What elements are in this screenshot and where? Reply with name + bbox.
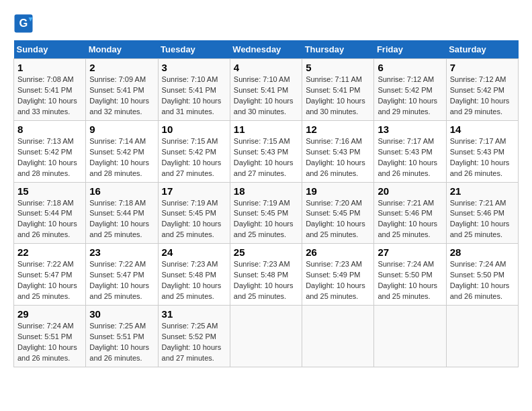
calendar-cell: 27 Sunrise: 7:24 AMSunset: 5:50 PMDaylig… (374, 244, 446, 306)
col-header-thursday: Thursday (302, 40, 374, 59)
calendar-cell: 20 Sunrise: 7:21 AMSunset: 5:46 PMDaylig… (374, 182, 446, 244)
calendar-cell: 9 Sunrise: 7:14 AMSunset: 5:42 PMDayligh… (86, 120, 158, 182)
calendar-cell: 16 Sunrise: 7:18 AMSunset: 5:44 PMDaylig… (86, 182, 158, 244)
day-number: 27 (378, 246, 442, 258)
day-info: Sunrise: 7:19 AMSunset: 5:45 PMDaylight:… (162, 199, 222, 239)
day-number: 10 (162, 124, 226, 135)
calendar-table: SundayMondayTuesdayWednesdayThursdayFrid… (13, 40, 519, 367)
day-info: Sunrise: 7:17 AMSunset: 5:43 PMDaylight:… (450, 137, 510, 177)
calendar-cell: 3 Sunrise: 7:10 AMSunset: 5:41 PMDayligh… (158, 59, 230, 121)
day-number: 21 (450, 185, 515, 197)
calendar-cell: 14 Sunrise: 7:17 AMSunset: 5:43 PMDaylig… (446, 120, 518, 182)
calendar-cell: 11 Sunrise: 7:15 AMSunset: 5:43 PMDaylig… (230, 120, 302, 182)
calendar-cell: 24 Sunrise: 7:23 AMSunset: 5:48 PMDaylig… (158, 244, 230, 306)
calendar-cell (374, 306, 446, 367)
week-row-3: 15 Sunrise: 7:18 AMSunset: 5:44 PMDaylig… (14, 182, 519, 244)
logo: G (13, 13, 36, 34)
calendar-cell: 13 Sunrise: 7:17 AMSunset: 5:43 PMDaylig… (374, 120, 446, 182)
calendar-cell: 2 Sunrise: 7:09 AMSunset: 5:41 PMDayligh… (86, 59, 158, 121)
day-info: Sunrise: 7:17 AMSunset: 5:43 PMDaylight:… (378, 137, 437, 177)
calendar-cell: 30 Sunrise: 7:25 AMSunset: 5:51 PMDaylig… (86, 306, 158, 367)
calendar-cell: 31 Sunrise: 7:25 AMSunset: 5:52 PMDaylig… (158, 306, 230, 367)
day-number: 31 (162, 308, 226, 320)
day-info: Sunrise: 7:23 AMSunset: 5:49 PMDaylight:… (306, 260, 365, 300)
week-row-2: 8 Sunrise: 7:13 AMSunset: 5:42 PMDayligh… (14, 120, 519, 182)
calendar-cell: 18 Sunrise: 7:19 AMSunset: 5:45 PMDaylig… (230, 182, 302, 244)
calendar-cell: 17 Sunrise: 7:19 AMSunset: 5:45 PMDaylig… (158, 182, 230, 244)
day-info: Sunrise: 7:25 AMSunset: 5:51 PMDaylight:… (89, 322, 149, 362)
calendar-cell: 25 Sunrise: 7:23 AMSunset: 5:48 PMDaylig… (230, 244, 302, 306)
day-number: 7 (450, 62, 515, 73)
day-info: Sunrise: 7:12 AMSunset: 5:42 PMDaylight:… (378, 75, 437, 116)
svg-text:G: G (19, 17, 28, 29)
week-row-4: 22 Sunrise: 7:22 AMSunset: 5:47 PMDaylig… (14, 244, 519, 306)
day-number: 3 (162, 62, 226, 73)
calendar-cell: 5 Sunrise: 7:11 AMSunset: 5:41 PMDayligh… (302, 59, 374, 121)
day-info: Sunrise: 7:15 AMSunset: 5:42 PMDaylight:… (162, 137, 222, 177)
day-number: 13 (378, 124, 442, 135)
day-info: Sunrise: 7:24 AMSunset: 5:51 PMDaylight:… (17, 322, 77, 362)
day-info: Sunrise: 7:13 AMSunset: 5:42 PMDaylight:… (17, 137, 77, 177)
day-number: 16 (89, 185, 154, 197)
day-number: 19 (306, 185, 370, 197)
calendar-cell: 19 Sunrise: 7:20 AMSunset: 5:45 PMDaylig… (302, 182, 374, 244)
day-info: Sunrise: 7:15 AMSunset: 5:43 PMDaylight:… (234, 137, 294, 177)
day-number: 18 (234, 185, 298, 197)
calendar-cell: 10 Sunrise: 7:15 AMSunset: 5:42 PMDaylig… (158, 120, 230, 182)
day-number: 11 (234, 124, 298, 135)
calendar-cell: 15 Sunrise: 7:18 AMSunset: 5:44 PMDaylig… (14, 182, 86, 244)
day-info: Sunrise: 7:22 AMSunset: 5:47 PMDaylight:… (89, 260, 149, 300)
day-number: 29 (17, 308, 82, 320)
day-info: Sunrise: 7:14 AMSunset: 5:42 PMDaylight:… (89, 137, 149, 177)
day-number: 22 (17, 246, 82, 258)
col-header-saturday: Saturday (446, 40, 518, 59)
col-header-wednesday: Wednesday (230, 40, 302, 59)
day-number: 30 (89, 308, 154, 320)
logo-icon: G (13, 13, 34, 34)
day-info: Sunrise: 7:18 AMSunset: 5:44 PMDaylight:… (17, 199, 77, 239)
day-number: 8 (17, 124, 82, 135)
calendar-cell: 23 Sunrise: 7:22 AMSunset: 5:47 PMDaylig… (86, 244, 158, 306)
day-number: 5 (306, 62, 370, 73)
day-info: Sunrise: 7:21 AMSunset: 5:46 PMDaylight:… (450, 199, 510, 239)
day-number: 23 (89, 246, 154, 258)
day-info: Sunrise: 7:23 AMSunset: 5:48 PMDaylight:… (234, 260, 294, 300)
day-number: 6 (378, 62, 442, 73)
week-row-1: 1 Sunrise: 7:08 AMSunset: 5:41 PMDayligh… (14, 59, 519, 121)
day-number: 28 (450, 246, 515, 258)
day-number: 2 (89, 62, 154, 73)
day-info: Sunrise: 7:11 AMSunset: 5:41 PMDaylight:… (306, 75, 365, 116)
calendar-cell (446, 306, 518, 367)
calendar-cell: 21 Sunrise: 7:21 AMSunset: 5:46 PMDaylig… (446, 182, 518, 244)
calendar-cell: 26 Sunrise: 7:23 AMSunset: 5:49 PMDaylig… (302, 244, 374, 306)
day-info: Sunrise: 7:22 AMSunset: 5:47 PMDaylight:… (17, 260, 77, 300)
day-info: Sunrise: 7:10 AMSunset: 5:41 PMDaylight:… (234, 75, 294, 116)
col-header-monday: Monday (86, 40, 158, 59)
col-header-tuesday: Tuesday (158, 40, 230, 59)
col-header-friday: Friday (374, 40, 446, 59)
calendar-cell: 22 Sunrise: 7:22 AMSunset: 5:47 PMDaylig… (14, 244, 86, 306)
day-info: Sunrise: 7:24 AMSunset: 5:50 PMDaylight:… (378, 260, 437, 300)
day-info: Sunrise: 7:25 AMSunset: 5:52 PMDaylight:… (162, 322, 222, 362)
calendar-cell: 6 Sunrise: 7:12 AMSunset: 5:42 PMDayligh… (374, 59, 446, 121)
day-number: 14 (450, 124, 515, 135)
calendar-cell (230, 306, 302, 367)
day-number: 26 (306, 246, 370, 258)
calendar-cell: 8 Sunrise: 7:13 AMSunset: 5:42 PMDayligh… (14, 120, 86, 182)
calendar-cell: 28 Sunrise: 7:24 AMSunset: 5:50 PMDaylig… (446, 244, 518, 306)
calendar-cell: 4 Sunrise: 7:10 AMSunset: 5:41 PMDayligh… (230, 59, 302, 121)
day-number: 12 (306, 124, 370, 135)
day-number: 1 (17, 62, 82, 73)
day-number: 25 (234, 246, 298, 258)
day-info: Sunrise: 7:12 AMSunset: 5:42 PMDaylight:… (450, 75, 510, 116)
day-info: Sunrise: 7:16 AMSunset: 5:43 PMDaylight:… (306, 137, 365, 177)
day-info: Sunrise: 7:09 AMSunset: 5:41 PMDaylight:… (89, 75, 149, 116)
calendar-cell: 12 Sunrise: 7:16 AMSunset: 5:43 PMDaylig… (302, 120, 374, 182)
calendar-cell: 1 Sunrise: 7:08 AMSunset: 5:41 PMDayligh… (14, 59, 86, 121)
week-row-5: 29 Sunrise: 7:24 AMSunset: 5:51 PMDaylig… (14, 306, 519, 367)
day-info: Sunrise: 7:18 AMSunset: 5:44 PMDaylight:… (89, 199, 149, 239)
calendar-cell: 29 Sunrise: 7:24 AMSunset: 5:51 PMDaylig… (14, 306, 86, 367)
day-info: Sunrise: 7:24 AMSunset: 5:50 PMDaylight:… (450, 260, 510, 300)
day-info: Sunrise: 7:10 AMSunset: 5:41 PMDaylight:… (162, 75, 222, 116)
day-info: Sunrise: 7:21 AMSunset: 5:46 PMDaylight:… (378, 199, 437, 239)
